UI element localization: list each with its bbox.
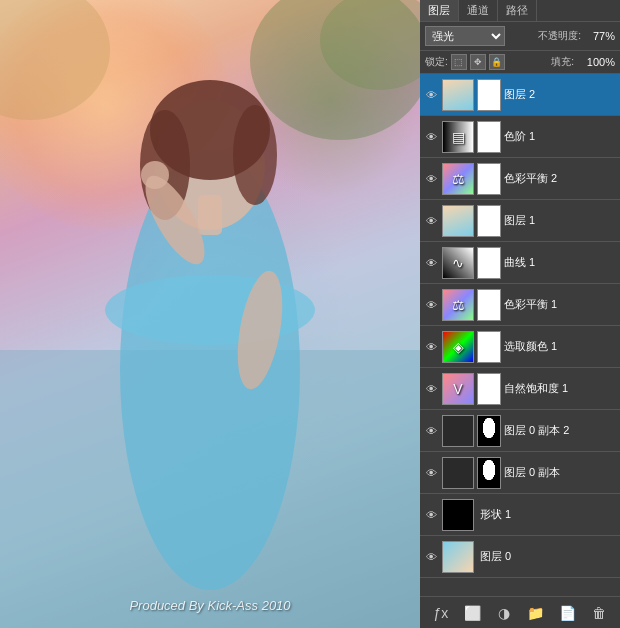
lock-label: 锁定: [425, 55, 448, 69]
eye-icon-layer1[interactable]: 👁 [423, 213, 439, 229]
photo-canvas: Produced By Kick-Ass 2010 [0, 0, 420, 628]
mask-thumb-vibrance1 [477, 373, 501, 405]
delete-layer-button[interactable]: 🗑 [588, 602, 610, 624]
layer-name-selectivecolor1: 选取颜色 1 [504, 339, 617, 354]
layer-thumb-layer1 [442, 205, 474, 237]
lock-move-button[interactable]: ✥ [470, 54, 486, 70]
layer-thumb-selectivecolor1: ◈ [442, 331, 474, 363]
layer-name-layer2: 图层 2 [504, 87, 617, 102]
lock-pixels-button[interactable]: ⬚ [451, 54, 467, 70]
layers-list: 👁图层 2👁▤色阶 1👁⚖色彩平衡 2👁图层 1👁∿曲线 1👁⚖色彩平衡 1👁◈… [420, 74, 620, 596]
layer-item-colorbalance1[interactable]: 👁⚖色彩平衡 1 [420, 284, 620, 326]
layer-name-layer1: 图层 1 [504, 213, 617, 228]
svg-point-12 [141, 161, 169, 189]
mask-thumb-levels1 [477, 121, 501, 153]
fx-button[interactable]: ƒx [430, 602, 452, 624]
layer-thumb-layer2 [442, 79, 474, 111]
layer-thumb-layer0copy [442, 457, 474, 489]
lock-row: 锁定: ⬚ ✥ 🔒 填充: 100% [420, 51, 620, 74]
mask-thumb-colorbalance2 [477, 163, 501, 195]
layer-item-levels1[interactable]: 👁▤色阶 1 [420, 116, 620, 158]
layer-name-layer0copy: 图层 0 副本 [504, 465, 617, 480]
new-layer-button[interactable]: 📄 [556, 602, 578, 624]
layer-name-layer0copy2: 图层 0 副本 2 [504, 423, 617, 438]
layers-bottom-toolbar: ƒx ⬜ ◑ 📁 📄 🗑 [420, 596, 620, 628]
eye-icon-selectivecolor1[interactable]: 👁 [423, 339, 439, 355]
layer-item-shape1[interactable]: 👁形状 1 [420, 494, 620, 536]
layer-item-curves1[interactable]: 👁∿曲线 1 [420, 242, 620, 284]
layer-name-levels1: 色阶 1 [504, 129, 617, 144]
photo-subject [0, 0, 420, 628]
opacity-value: 77% [585, 30, 615, 42]
fill-label: 填充: [551, 55, 574, 69]
layer-item-layer0[interactable]: 👁图层 0 [420, 536, 620, 578]
tab-paths[interactable]: 路径 [498, 0, 537, 21]
layer-thumb-layer0 [442, 541, 474, 573]
svg-point-10 [233, 105, 277, 205]
tab-layers[interactable]: 图层 [420, 0, 459, 21]
layer-thumb-colorbalance2: ⚖ [442, 163, 474, 195]
eye-icon-colorbalance2[interactable]: 👁 [423, 171, 439, 187]
eye-icon-layer0copy2[interactable]: 👁 [423, 423, 439, 439]
svg-point-5 [105, 275, 315, 345]
svg-point-2 [0, 0, 110, 120]
eye-icon-curves1[interactable]: 👁 [423, 255, 439, 271]
layer-thumb-layer0copy2 [442, 415, 474, 447]
layers-panel: 图层 通道 路径 强光 不透明度: 77% 锁定: ⬚ ✥ 🔒 填充: 100%… [420, 0, 620, 628]
layer-thumb-shape1 [442, 499, 474, 531]
layer-thumb-colorbalance1: ⚖ [442, 289, 474, 321]
tab-channels[interactable]: 通道 [459, 0, 498, 21]
layer-item-layer0copy2[interactable]: 👁图层 0 副本 2 [420, 410, 620, 452]
layer-name-layer0: 图层 0 [480, 549, 617, 564]
mask-thumb-selectivecolor1 [477, 331, 501, 363]
layer-item-selectivecolor1[interactable]: 👁◈选取颜色 1 [420, 326, 620, 368]
eye-icon-layer0copy[interactable]: 👁 [423, 465, 439, 481]
layer-item-layer1[interactable]: 👁图层 1 [420, 200, 620, 242]
adjustment-button[interactable]: ◑ [493, 602, 515, 624]
blend-mode-row: 强光 不透明度: 77% [420, 22, 620, 51]
eye-icon-shape1[interactable]: 👁 [423, 507, 439, 523]
layer-name-shape1: 形状 1 [480, 507, 617, 522]
panel-tab-bar: 图层 通道 路径 [420, 0, 620, 22]
layer-name-curves1: 曲线 1 [504, 255, 617, 270]
layer-item-layer2[interactable]: 👁图层 2 [420, 74, 620, 116]
mask-thumb-colorbalance1 [477, 289, 501, 321]
mask-thumb-layer1 [477, 205, 501, 237]
eye-icon-levels1[interactable]: 👁 [423, 129, 439, 145]
layer-name-vibrance1: 自然饱和度 1 [504, 381, 617, 396]
mask-thumb-curves1 [477, 247, 501, 279]
blend-mode-select[interactable]: 强光 [425, 26, 505, 46]
mask-button[interactable]: ⬜ [461, 602, 483, 624]
lock-all-button[interactable]: 🔒 [489, 54, 505, 70]
layer-item-colorbalance2[interactable]: 👁⚖色彩平衡 2 [420, 158, 620, 200]
eye-icon-colorbalance1[interactable]: 👁 [423, 297, 439, 313]
opacity-label: 不透明度: [538, 29, 581, 43]
layer-item-layer0copy[interactable]: 👁图层 0 副本 [420, 452, 620, 494]
layer-name-colorbalance1: 色彩平衡 1 [504, 297, 617, 312]
mask-thumb-layer2 [477, 79, 501, 111]
mask-thumb-layer0copy2 [477, 415, 501, 447]
mask-thumb-layer0copy [477, 457, 501, 489]
group-button[interactable]: 📁 [525, 602, 547, 624]
fill-value: 100% [577, 56, 615, 68]
eye-icon-layer2[interactable]: 👁 [423, 87, 439, 103]
layer-thumb-vibrance1: V [442, 373, 474, 405]
layer-item-vibrance1[interactable]: 👁V自然饱和度 1 [420, 368, 620, 410]
layer-thumb-levels1: ▤ [442, 121, 474, 153]
watermark-text: Produced By Kick-Ass 2010 [129, 598, 290, 613]
person-silhouette [0, 0, 420, 628]
layer-name-colorbalance2: 色彩平衡 2 [504, 171, 617, 186]
layer-thumb-curves1: ∿ [442, 247, 474, 279]
eye-icon-layer0[interactable]: 👁 [423, 549, 439, 565]
eye-icon-vibrance1[interactable]: 👁 [423, 381, 439, 397]
